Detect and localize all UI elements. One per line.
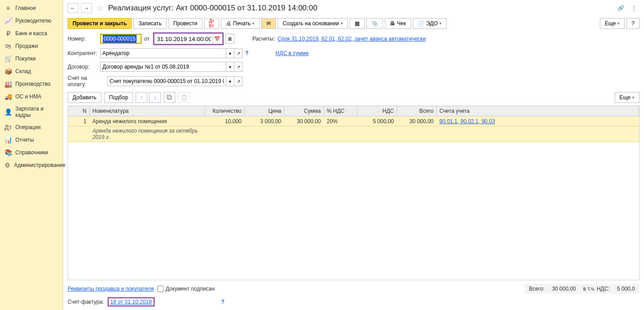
registry-button[interactable]: ▦ bbox=[350, 18, 365, 29]
sidebar-item-warehouse[interactable]: 📦Склад bbox=[0, 65, 63, 78]
write-button[interactable]: Записать bbox=[133, 18, 166, 29]
sf-link[interactable]: 18 от 31.10.2019 bbox=[110, 299, 152, 305]
invoice-acc-input[interactable] bbox=[107, 76, 226, 86]
sidebar-item-reports[interactable]: 📊Отчеты bbox=[0, 134, 63, 146]
truck-icon: 🚚 bbox=[5, 93, 12, 100]
dtkt-button[interactable]: ДтКт bbox=[204, 18, 219, 29]
contract-input[interactable] bbox=[100, 62, 226, 72]
signed-checkbox-wrap[interactable]: Документ подписан bbox=[157, 286, 215, 292]
dropdown-button[interactable]: ▾ bbox=[226, 76, 234, 86]
contragent-input[interactable] bbox=[100, 48, 226, 58]
col-accounts[interactable]: Счета учета bbox=[437, 106, 639, 116]
link-icon[interactable]: 🔗 bbox=[615, 3, 626, 14]
sidebar-item-operations[interactable]: ДтОперации bbox=[0, 121, 63, 134]
registry-icon: ▦ bbox=[355, 20, 360, 27]
date-highlight: 📅 bbox=[153, 32, 224, 45]
col-sum[interactable]: Сумма bbox=[284, 106, 324, 116]
incl-nds-value: 5 000,0 bbox=[617, 286, 635, 292]
row-toolbar: Добавить Подбор ↑ ↓ ⿻ 📋 Еще bbox=[63, 90, 644, 106]
journal-button[interactable]: ≣ bbox=[225, 34, 234, 44]
sidebar-item-label: Операции bbox=[15, 124, 41, 130]
copy-button[interactable]: ⿻ bbox=[164, 92, 175, 103]
dt-icon: Дт bbox=[5, 124, 12, 131]
sidebar-item-sales[interactable]: 🛍Продажи bbox=[0, 40, 63, 52]
col-total[interactable]: Всего bbox=[397, 106, 437, 116]
add-row-button[interactable]: Добавить bbox=[68, 92, 101, 103]
date-input[interactable] bbox=[155, 34, 213, 44]
col-ndsrate[interactable]: % НДС bbox=[324, 106, 357, 116]
row-more-button[interactable]: Еще bbox=[615, 92, 639, 103]
col-price[interactable]: Цена bbox=[245, 106, 284, 116]
sidebar-item-bank[interactable]: ₽Банк и касса bbox=[0, 27, 63, 40]
total-value: 30 000,00 bbox=[552, 286, 576, 292]
more-button[interactable]: Еще bbox=[600, 18, 625, 29]
cell-price: 3 000,00 bbox=[245, 117, 284, 126]
sidebar-item-production[interactable]: 🏭Производство bbox=[0, 78, 63, 90]
open-button[interactable]: ↗ bbox=[234, 62, 242, 72]
sidebar-item-purchases[interactable]: 🛒Покупки bbox=[0, 52, 63, 65]
table-row[interactable]: 1 Аренда нежилого помещения 10,000 3 000… bbox=[68, 116, 639, 126]
post-button[interactable]: Провести bbox=[169, 18, 202, 29]
forward-button[interactable]: → bbox=[81, 3, 92, 13]
books-icon: 📚 bbox=[5, 149, 12, 156]
chart-icon: 📈 bbox=[5, 17, 12, 24]
accounts-link[interactable]: 90.01.1, 90.02.1, 90.03 bbox=[439, 118, 495, 125]
post-close-button[interactable]: Провести и закрыть bbox=[68, 18, 132, 29]
print-button[interactable]: 🖨Печать bbox=[221, 18, 260, 29]
sidebar-item-label: ОС и НМА bbox=[15, 93, 41, 100]
print-icon: 🖨 bbox=[226, 20, 231, 27]
sidebar-item-label: Руководителю bbox=[15, 18, 51, 24]
gear-icon: ⚙ bbox=[5, 162, 10, 169]
seller-details-link[interactable]: Реквизиты продавца и покупателя bbox=[68, 286, 154, 292]
attach-button[interactable]: 📎 bbox=[366, 18, 383, 29]
ruble-icon: ₽ bbox=[5, 30, 12, 37]
dropdown-button[interactable]: ▾ bbox=[226, 62, 234, 72]
move-down-button[interactable]: ↓ bbox=[149, 92, 161, 103]
cheque-button[interactable]: 🖶Чек bbox=[385, 18, 411, 29]
sidebar-item-admin[interactable]: ⚙Администрирование bbox=[0, 159, 63, 171]
open-button[interactable]: ↗ bbox=[234, 48, 242, 58]
sidebar-item-hr[interactable]: 👤Зарплата и кадры bbox=[0, 103, 63, 121]
title-bar: ← → ☆ Реализация услуг: Акт 0000-000015 … bbox=[63, 0, 644, 16]
factory-icon: 🏭 bbox=[5, 80, 12, 88]
sidebar-item-label: Склад bbox=[15, 68, 31, 74]
open-button[interactable]: ↗ bbox=[234, 76, 242, 86]
signed-checkbox[interactable] bbox=[157, 286, 164, 292]
sidebar: ≡Главное 📈Руководителю ₽Банк и касса 🛍Пр… bbox=[0, 0, 63, 310]
back-button[interactable]: ← bbox=[68, 3, 78, 13]
calc-link[interactable]: Срок 31.10.2019, 62.01, 62.02, зачет ава… bbox=[278, 36, 426, 42]
cheque-icon: 🖶 bbox=[390, 20, 395, 27]
cell-nomenclature-detail: Аренда нежилого помещения за октябрь 201… bbox=[90, 126, 205, 142]
nds-link[interactable]: НДС в сумме bbox=[275, 50, 309, 56]
create-based-button[interactable]: Создать на основании bbox=[278, 18, 348, 29]
help-button[interactable]: ? bbox=[626, 18, 639, 29]
paste-button[interactable]: 📋 bbox=[178, 92, 190, 103]
calendar-button[interactable]: 📅 bbox=[213, 34, 222, 44]
col-nds[interactable]: НДС bbox=[357, 106, 397, 116]
move-up-button[interactable]: ↑ bbox=[136, 92, 147, 103]
help-icon[interactable]: ? bbox=[245, 50, 248, 56]
cell-accounts: 90.01.1, 90.02.1, 90.03 bbox=[437, 117, 639, 126]
pick-button[interactable]: Подбор bbox=[104, 92, 133, 103]
sidebar-item-label: Банк и касса bbox=[15, 30, 47, 37]
sidebar-item-directories[interactable]: 📚Справочники bbox=[0, 146, 63, 159]
dropdown-button[interactable]: ▾ bbox=[226, 48, 234, 58]
edo-button[interactable]: 📄ЭДО bbox=[413, 18, 447, 29]
grid-body[interactable]: 1 Аренда нежилого помещения 10,000 3 000… bbox=[68, 116, 639, 280]
number-input[interactable]: 0000-000015 bbox=[100, 34, 142, 44]
star-icon[interactable]: ☆ bbox=[96, 3, 104, 13]
col-n[interactable]: N bbox=[68, 106, 90, 116]
col-qty[interactable]: Количество bbox=[205, 106, 245, 116]
sf-help-icon[interactable]: ? bbox=[221, 299, 224, 305]
sidebar-item-manager[interactable]: 📈Руководителю bbox=[0, 14, 63, 27]
more-vert-icon[interactable]: ⋮ bbox=[629, 3, 639, 14]
number-label: Номер: bbox=[68, 36, 100, 42]
sidebar-item-assets[interactable]: 🚚ОС и НМА bbox=[0, 90, 63, 103]
table-row-detail[interactable]: Аренда нежилого помещения за октябрь 201… bbox=[68, 126, 639, 142]
mail-button[interactable]: ✉ bbox=[261, 18, 276, 29]
sidebar-item-main[interactable]: ≡Главное bbox=[0, 2, 63, 14]
sidebar-item-label: Главное bbox=[15, 5, 36, 11]
sidebar-item-label: Продажи bbox=[15, 43, 38, 49]
from-label: от bbox=[144, 36, 150, 42]
col-nomenclature[interactable]: Номенклатура bbox=[90, 106, 205, 116]
